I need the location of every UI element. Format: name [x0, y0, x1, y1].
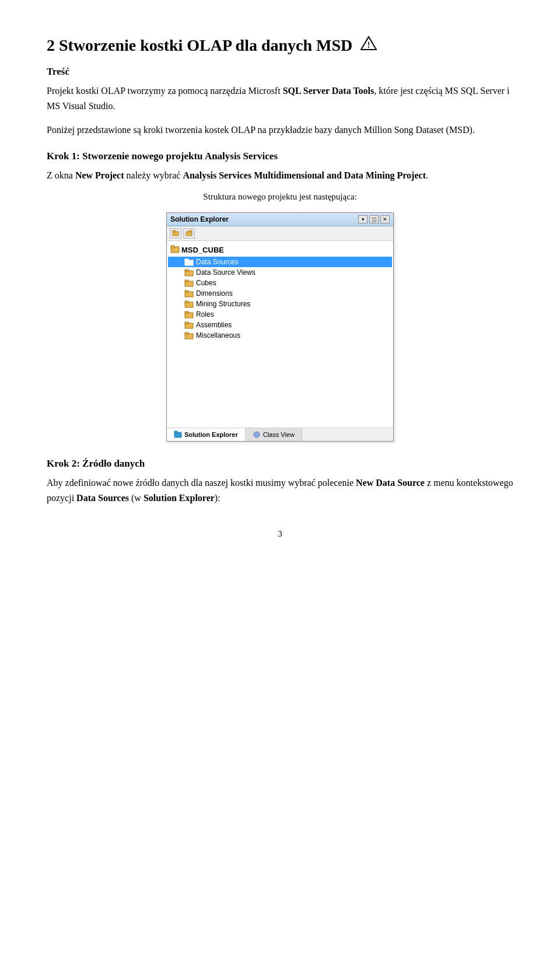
se-footer-tab-class-label: Class View [263, 431, 295, 438]
warning-icon: ! [360, 35, 377, 55]
svg-rect-11 [185, 270, 188, 271]
se-footer-tab-class-view[interactable]: Class View [246, 428, 302, 441]
krok1-body: Z okna New Project należy wybrać Analysi… [47, 168, 513, 183]
section-label: Treść [47, 66, 513, 78]
svg-point-26 [254, 432, 260, 438]
krok1-text2: należy wybrać [124, 170, 183, 180]
se-close-button[interactable]: ✕ [380, 215, 390, 223]
se-item-label-1: Data Source Views [196, 268, 256, 276]
folder-icon-5 [184, 310, 194, 318]
se-item-2[interactable]: Cubes [168, 278, 392, 288]
se-footer-tab-solution-label: Solution Explorer [184, 431, 238, 438]
page-number: 3 [47, 529, 513, 539]
se-project-icon [170, 244, 180, 256]
se-titlebar-buttons: ▾ ◫ ✕ [358, 215, 390, 223]
krok1-text1: Z okna [47, 170, 75, 180]
se-toolbar-btn-fwd[interactable] [183, 228, 195, 239]
se-footer-tab-solution-explorer[interactable]: Solution Explorer [167, 428, 246, 441]
se-footer: Solution Explorer Class View [167, 428, 393, 441]
folder-icon-3 [184, 289, 194, 298]
svg-rect-9 [185, 259, 188, 261]
paragraph1-text: Projekt kostki OLAP tworzymy za pomocą n… [47, 86, 283, 96]
se-item-0[interactable]: Data Sources [168, 257, 392, 267]
se-item-1[interactable]: Data Source Views [168, 267, 392, 278]
svg-rect-7 [171, 246, 174, 248]
se-item-3[interactable]: Dimensions [168, 288, 392, 299]
folder-icon-2 [184, 279, 194, 287]
svg-rect-21 [185, 322, 188, 324]
krok2-text3: (w [129, 493, 144, 503]
krok2-heading: Krok 2: Źródło danych [47, 458, 513, 470]
krok1-bold1: New Project [75, 170, 124, 180]
solution-explorer-container: Solution Explorer ▾ ◫ ✕ [47, 212, 513, 442]
se-item-label-2: Cubes [196, 279, 216, 287]
svg-rect-25 [174, 431, 177, 433]
se-titlebar: Solution Explorer ▾ ◫ ✕ [167, 213, 393, 226]
paragraph1-bold1: SQL Server Data Tools [283, 86, 374, 96]
krok1-bold2: Analysis Services Multidimensional and D… [183, 170, 426, 180]
krok2-bold3: Solution Explorer [144, 493, 215, 503]
se-item-label-7: Miscellaneous [196, 331, 240, 340]
se-root-item[interactable]: MSD_CUBE [168, 243, 392, 257]
svg-rect-13 [185, 280, 188, 282]
se-item-label-5: Roles [196, 310, 214, 318]
krok2-bold2: Data Sources [76, 493, 129, 503]
krok1-text3: . [426, 170, 428, 180]
folder-icon-7 [184, 331, 194, 340]
se-toolbar [167, 226, 393, 241]
se-item-label-3: Dimensions [196, 289, 233, 298]
se-dock-button[interactable]: ◫ [369, 215, 379, 223]
chapter-number-title: 2 Stworzenie kostki OLAP dla danych MSD [47, 36, 352, 55]
svg-text:!: ! [368, 41, 370, 50]
svg-rect-23 [185, 332, 188, 334]
se-root-label: MSD_CUBE [181, 246, 224, 254]
folder-icon-6 [184, 321, 194, 329]
svg-rect-5 [189, 230, 192, 232]
svg-rect-3 [173, 230, 176, 232]
solution-explorer-window: Solution Explorer ▾ ◫ ✕ [166, 212, 394, 442]
se-tree-content: MSD_CUBE Data Sources [167, 241, 393, 428]
svg-rect-15 [185, 290, 188, 292]
se-item-7[interactable]: Miscellaneous [168, 330, 392, 341]
folder-icon-4 [184, 300, 194, 308]
krok2-text4: ): [215, 493, 220, 503]
se-item-label-0: Data Sources [196, 258, 239, 266]
krok2-body: Aby zdefiniować nowe źródło danych dla n… [47, 475, 513, 506]
svg-rect-19 [185, 312, 188, 313]
se-item-6[interactable]: Assemblies [168, 320, 392, 330]
caption-text: Struktura nowego projektu jest następują… [47, 192, 513, 202]
folder-icon-0 [184, 258, 194, 266]
se-item-5[interactable]: Roles [168, 309, 392, 320]
paragraph-1: Projekt kostki OLAP tworzymy za pomocą n… [47, 83, 513, 114]
krok1-heading: Krok 1: Stworzenie nowego projektu Analy… [47, 150, 513, 162]
se-toolbar-btn-back[interactable] [170, 228, 181, 239]
paragraph-2: Poniżej przedstawione są kroki tworzenia… [47, 123, 513, 138]
se-item-label-4: Mining Structures [196, 300, 250, 308]
page-title: 2 Stworzenie kostki OLAP dla danych MSD … [47, 35, 513, 55]
krok2-bold1: New Data Source [356, 478, 425, 488]
se-item-label-6: Assemblies [196, 321, 232, 329]
folder-icon-1 [184, 268, 194, 276]
svg-rect-17 [185, 301, 188, 303]
se-title: Solution Explorer [170, 215, 229, 223]
se-pin-button[interactable]: ▾ [358, 215, 368, 223]
se-item-4[interactable]: Mining Structures [168, 299, 392, 309]
krok2-text1: Aby zdefiniować nowe źródło danych dla n… [47, 478, 356, 488]
